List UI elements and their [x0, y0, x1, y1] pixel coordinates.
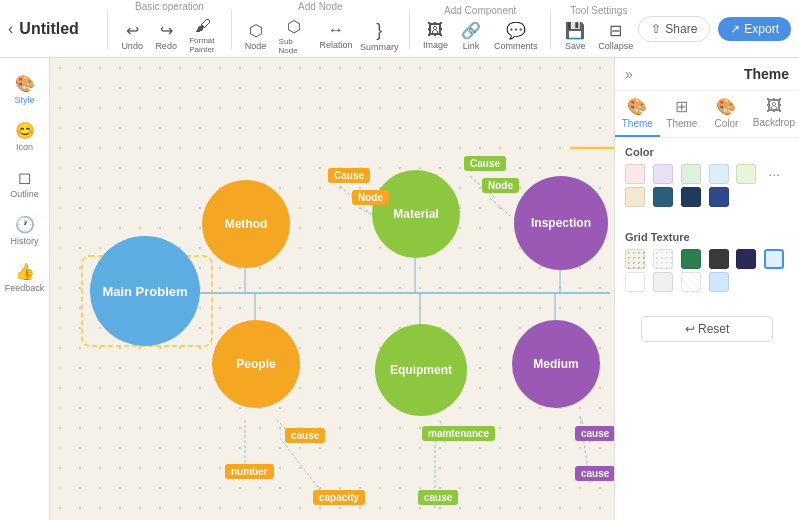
sub-node-button[interactable]: ⬡ Sub Node: [274, 15, 315, 57]
texture-blue-light[interactable]: [709, 272, 729, 292]
color-swatch-lavender[interactable]: [653, 164, 673, 184]
style-label: Style: [14, 95, 34, 105]
tab-color-label: Color: [714, 118, 738, 129]
node1-label[interactable]: Node: [352, 190, 389, 205]
cause5-label[interactable]: cause: [575, 426, 614, 441]
color-swatch-sky[interactable]: [709, 164, 729, 184]
cause2-label[interactable]: Cause: [464, 156, 506, 171]
people-node[interactable]: People: [212, 320, 300, 408]
medium-node[interactable]: Medium: [512, 320, 600, 408]
cause3-label[interactable]: cause: [285, 428, 325, 443]
save-label: Save: [565, 41, 586, 51]
number-label[interactable]: number: [225, 464, 274, 479]
texture-dark1[interactable]: [709, 249, 729, 269]
color-swatch-mint[interactable]: [681, 164, 701, 184]
node-button[interactable]: ⬡ Node: [240, 19, 272, 53]
tab-backdrop[interactable]: 🖼 Backdrop: [749, 91, 799, 137]
texture-light-dots[interactable]: [653, 249, 673, 269]
reset-section: ↩ Reset: [615, 308, 799, 350]
back-button[interactable]: ‹: [8, 20, 13, 38]
texture-dots[interactable]: [625, 249, 645, 269]
history-label: History: [10, 236, 38, 246]
color-swatch-teal[interactable]: [653, 187, 673, 207]
tab-color[interactable]: 🎨 Color: [704, 91, 749, 137]
share-icon: ⇧: [651, 22, 661, 36]
method-label: Method: [225, 217, 268, 231]
tab-theme2-label: Theme: [666, 118, 697, 129]
tab-theme2[interactable]: ⊞ Theme: [660, 91, 705, 137]
link-button[interactable]: 🔗 Link: [455, 19, 487, 53]
texture-light-grey[interactable]: [653, 272, 673, 292]
format-painter-icon: 🖌: [195, 17, 211, 35]
toolbar-right: ⇧ Share ↗ Export: [638, 16, 791, 42]
reset-button[interactable]: ↩ Reset: [641, 316, 772, 342]
sidebar-item-feedback[interactable]: 👍 Feedback: [3, 256, 47, 299]
equipment-node[interactable]: Equipment: [375, 324, 467, 416]
node2-label[interactable]: Node: [482, 178, 519, 193]
tab-theme-active[interactable]: 🎨 Theme: [615, 91, 660, 137]
cause6-label[interactable]: cause: [575, 466, 614, 481]
sidebar-item-outline[interactable]: ◻ Outline: [3, 162, 47, 205]
main-problem-node[interactable]: Main Problem: [90, 236, 200, 346]
canvas[interactable]: Main Problem Method Material Inspection …: [50, 58, 614, 520]
right-panel: » Theme 🎨 Theme ⊞ Theme 🎨 Color 🖼 Backdr…: [614, 58, 799, 520]
comments-icon: 💬: [506, 21, 526, 40]
maintenance-label[interactable]: maintenance: [422, 426, 495, 441]
inspection-label: Inspection: [531, 216, 591, 230]
texture-none[interactable]: [681, 272, 701, 292]
texture-white[interactable]: [625, 272, 645, 292]
image-button[interactable]: 🖼 Image: [418, 19, 453, 52]
sub-node-icon: ⬡: [287, 17, 301, 36]
icon-icon: 😊: [15, 121, 35, 140]
collapse-button[interactable]: ⊟ Collapse: [593, 19, 638, 53]
panel-tabs: 🎨 Theme ⊞ Theme 🎨 Color 🖼 Backdrop: [615, 91, 799, 138]
save-button[interactable]: 💾 Save: [559, 19, 591, 53]
tool-settings-items: 💾 Save ⊟ Collapse: [559, 19, 638, 53]
panel-title: Theme: [744, 66, 789, 82]
undo-button[interactable]: ↩ Undo: [116, 19, 148, 53]
feedback-label: Feedback: [5, 283, 45, 293]
undo-icon: ↩: [126, 21, 139, 40]
comments-button[interactable]: 💬 Comments: [489, 19, 543, 53]
panel-collapse-button[interactable]: »: [625, 66, 633, 82]
color-swatch-blue[interactable]: [709, 187, 729, 207]
export-icon: ↗: [730, 22, 740, 36]
sidebar-item-style[interactable]: 🎨 Style: [3, 68, 47, 111]
history-icon: 🕐: [15, 215, 35, 234]
material-node[interactable]: Material: [372, 170, 460, 258]
toolbar: ‹ Untitled Basic operation ↩ Undo ↪ Redo…: [0, 0, 799, 58]
share-label: Share: [665, 22, 697, 36]
color-section: Color ···: [615, 138, 799, 223]
color-swatch-pink[interactable]: [625, 164, 645, 184]
divider: [107, 9, 108, 49]
main-problem-label: Main Problem: [102, 284, 187, 299]
export-button[interactable]: ↗ Export: [718, 17, 791, 41]
material-label: Material: [393, 207, 438, 221]
color-swatch-light-green[interactable]: [736, 164, 756, 184]
method-node[interactable]: Method: [202, 180, 290, 268]
backdrop-icon: 🖼: [766, 97, 782, 115]
summary-button[interactable]: } Summary: [357, 18, 401, 54]
format-painter-button[interactable]: 🖌 Format Painter: [184, 15, 223, 56]
sidebar-item-icon[interactable]: 😊 Icon: [3, 115, 47, 158]
image-icon: 🖼: [427, 21, 443, 39]
color-section-title: Color: [625, 146, 789, 158]
cause4-label[interactable]: cause: [418, 490, 458, 505]
capacity-label[interactable]: capacity: [313, 490, 365, 505]
sidebar-item-history[interactable]: 🕐 History: [3, 209, 47, 252]
texture-light-blue[interactable]: [764, 249, 784, 269]
people-label: People: [236, 357, 275, 371]
color-grid: ···: [625, 164, 789, 207]
color-swatch-dark-navy[interactable]: [681, 187, 701, 207]
texture-solid-green[interactable]: [681, 249, 701, 269]
texture-dark2[interactable]: [736, 249, 756, 269]
share-button[interactable]: ⇧ Share: [638, 16, 710, 42]
relation-button[interactable]: ↔ Relation: [317, 19, 356, 52]
color-more-button[interactable]: ···: [764, 164, 784, 184]
color-swatch-cream[interactable]: [625, 187, 645, 207]
relation-label: Relation: [320, 40, 353, 50]
cause1-label[interactable]: Cause: [328, 168, 370, 183]
redo-button[interactable]: ↪ Redo: [150, 19, 182, 53]
inspection-node[interactable]: Inspection: [514, 176, 608, 270]
summary-icon: }: [376, 20, 382, 41]
